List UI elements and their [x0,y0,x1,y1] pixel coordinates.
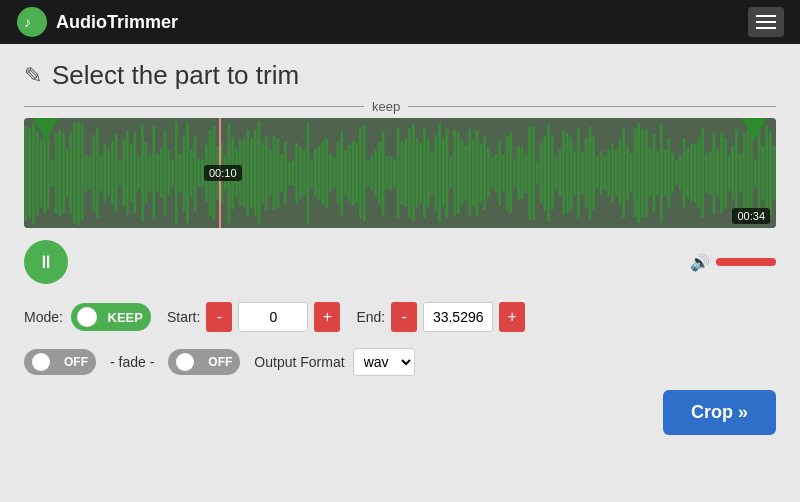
waveform-canvas [24,118,776,228]
controls-row: ⏸ 🔊 [24,240,776,284]
end-time: 00:34 [732,208,770,224]
mode-toggle[interactable]: KEEP [71,303,151,331]
page-title: Select the part to trim [52,60,299,91]
handle-left[interactable] [32,118,60,140]
fade-out-state: OFF [208,355,232,369]
end-label: End: [356,309,385,325]
logo-text: AudioTrimmer [56,12,178,33]
waveform-container[interactable]: 00:10 00:34 [24,118,776,228]
toggle-circle [77,307,97,327]
mode-value: KEEP [108,310,143,325]
keep-line-left [24,106,364,107]
handle-right[interactable] [740,118,768,140]
end-input[interactable] [423,302,493,332]
start-input[interactable] [238,302,308,332]
hamburger-line [756,21,776,23]
start-minus-button[interactable]: - [206,302,232,332]
fade-out-toggle[interactable]: OFF [168,349,240,375]
settings-row: Mode: KEEP Start: - + End: - + [24,302,776,332]
keep-line-right [408,106,776,107]
fade-out-circle [176,353,194,371]
volume-area: 🔊 [690,253,776,272]
keep-label: keep [372,99,400,114]
crop-button[interactable]: Crop » [663,390,776,435]
fade-row: OFF - fade - OFF Output Format wav mp3 o… [24,348,776,376]
start-group: Start: - + [167,302,340,332]
hamburger-line [756,27,776,29]
format-select[interactable]: wav mp3 ogg m4a [353,348,415,376]
end-minus-button[interactable]: - [391,302,417,332]
output-format-group: Output Format wav mp3 ogg m4a [254,348,414,376]
playhead-time: 00:10 [204,165,242,181]
keep-label-row: keep [24,99,776,114]
menu-button[interactable] [748,7,784,37]
logo-area: ♪ AudioTrimmer [16,6,178,38]
start-plus-button[interactable]: + [314,302,340,332]
hamburger-line [756,15,776,17]
crop-button-row: Crop » [24,390,776,435]
main-content: ✎ Select the part to trim keep 00:10 00:… [0,44,800,451]
volume-bar[interactable] [716,258,776,266]
header: ♪ AudioTrimmer [0,0,800,44]
edit-icon: ✎ [24,63,42,89]
play-pause-button[interactable]: ⏸ [24,240,68,284]
fade-in-state: OFF [64,355,88,369]
svg-point-0 [17,7,47,37]
output-label: Output Format [254,354,344,370]
start-label: Start: [167,309,200,325]
fade-in-circle [32,353,50,371]
svg-text:♪: ♪ [24,14,31,30]
fade-label: - fade - [110,354,154,370]
mode-label: Mode: [24,309,63,325]
logo-icon: ♪ [16,6,48,38]
volume-icon: 🔊 [690,253,710,272]
mode-group: Mode: KEEP [24,303,151,331]
end-group: End: - + [356,302,525,332]
end-plus-button[interactable]: + [499,302,525,332]
fade-in-toggle[interactable]: OFF [24,349,96,375]
title-row: ✎ Select the part to trim [24,60,776,91]
